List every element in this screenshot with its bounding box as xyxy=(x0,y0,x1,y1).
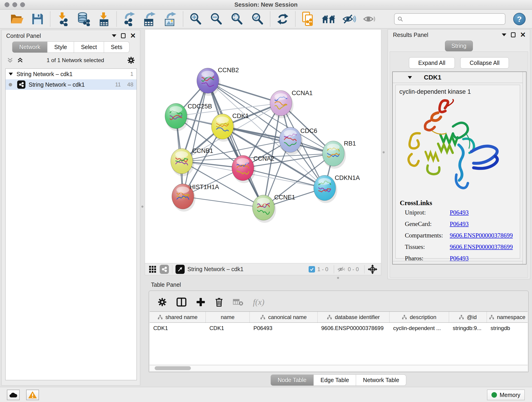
network-view: CCNB2CCNA1CDC25BCDK1CDC6RB1CCNB1CCNA2CDK… xyxy=(145,29,381,275)
minimize-window-icon[interactable] xyxy=(12,2,17,7)
column-header[interactable]: description xyxy=(389,312,449,322)
graph-node-CCNB2[interactable]: CCNB2 xyxy=(197,67,239,96)
network-share-icon[interactable] xyxy=(160,265,169,274)
export-table-icon[interactable] xyxy=(143,12,157,26)
import-table-icon[interactable] xyxy=(97,12,111,26)
svg-text:CCNE1: CCNE1 xyxy=(274,194,295,201)
network-graph[interactable]: CCNB2CCNA1CDC25BCDK1CDC6RB1CCNB1CCNA2CDK… xyxy=(145,30,381,263)
column-header[interactable]: shared name xyxy=(150,312,206,322)
graph-node-CDKN1A[interactable]: CDKN1A xyxy=(314,174,360,203)
zoom-selected-icon[interactable] xyxy=(250,12,265,26)
export-network-icon[interactable] xyxy=(122,12,137,26)
main-toolbar: ? xyxy=(0,10,532,28)
function-builder-icon[interactable]: f(x) xyxy=(253,297,264,307)
string-results-box: Expand All Collapse All CDK1 cyclin-depe… xyxy=(390,51,528,278)
tab-node-table[interactable]: Node Table xyxy=(271,375,314,386)
column-header[interactable]: name xyxy=(206,312,250,322)
tab-style[interactable]: Style xyxy=(47,41,74,53)
import-database-icon[interactable] xyxy=(76,12,91,26)
scrollbar-thumb[interactable] xyxy=(155,366,191,370)
column-header[interactable]: @id xyxy=(449,312,487,322)
entry-description: cyclin-dependent kinase 1 xyxy=(396,85,520,95)
show-columns-icon[interactable] xyxy=(177,298,186,307)
network-type-icon xyxy=(17,80,25,89)
zoom-in-icon[interactable] xyxy=(188,12,203,26)
save-session-icon[interactable] xyxy=(30,12,45,26)
zoom-out-icon[interactable] xyxy=(209,12,224,26)
graph-node-CCNE1[interactable]: CCNE1 xyxy=(253,194,295,223)
birdseye-icon[interactable] xyxy=(368,264,377,274)
network-collection-row[interactable]: String Network – cdk1 1 xyxy=(6,69,137,79)
memory-label: Memory xyxy=(500,392,520,398)
results-horizontal-scrollbar[interactable] xyxy=(393,261,523,264)
warning-status-button[interactable] xyxy=(26,390,39,400)
tab-network[interactable]: Network xyxy=(12,41,47,53)
node-count: 11 xyxy=(115,81,121,88)
hide-eye-icon[interactable] xyxy=(342,12,356,26)
maximize-results-icon[interactable] xyxy=(511,32,515,37)
zoom-window-icon[interactable] xyxy=(20,2,25,7)
right-splitter-handle[interactable] xyxy=(383,151,385,153)
delete-column-icon[interactable] xyxy=(215,297,223,307)
import-network-icon[interactable] xyxy=(56,12,70,26)
refresh-icon[interactable] xyxy=(275,12,290,26)
tab-sets[interactable]: Sets xyxy=(104,41,129,53)
cloud-status-button[interactable] xyxy=(7,390,20,400)
float-panel-icon[interactable] xyxy=(112,34,116,37)
entry-disclosure-icon[interactable] xyxy=(408,76,412,79)
search-icon xyxy=(397,16,403,22)
gear-icon[interactable] xyxy=(127,56,135,64)
column-type-icon xyxy=(327,315,332,320)
close-results-icon[interactable]: ✕ xyxy=(520,32,526,38)
column-header[interactable]: canonical name xyxy=(250,312,317,322)
selected-checkbox-icon[interactable] xyxy=(309,266,315,273)
open-session-icon[interactable] xyxy=(10,12,24,26)
table-row[interactable]: CDK1 CDK1 P06493 9606.ENSP00000378699 cy… xyxy=(150,323,528,333)
node-entry-header[interactable]: CDK1 xyxy=(393,72,526,83)
show-eye-icon[interactable] xyxy=(362,12,377,26)
results-vertical-scrollbar[interactable] xyxy=(523,72,526,264)
collection-disclosure-icon[interactable] xyxy=(9,73,13,75)
graph-node-HIST1H1A[interactable]: HIST1H1A xyxy=(172,184,219,211)
collapse-all-button[interactable]: Collapse All xyxy=(460,57,509,69)
column-header[interactable]: database identifier xyxy=(317,312,389,322)
graph-node-CDC25B[interactable]: CDC25B xyxy=(165,103,212,131)
table-gear-icon[interactable] xyxy=(158,298,167,307)
tab-network-table[interactable]: Network Table xyxy=(356,375,406,386)
tab-string[interactable]: String xyxy=(445,41,473,51)
horizontal-splitter-handle[interactable] xyxy=(337,277,339,279)
crosslink-link[interactable]: P06493 xyxy=(450,220,469,228)
string-import-icon[interactable] xyxy=(301,12,315,26)
float-results-icon[interactable] xyxy=(502,33,506,36)
crosslink-link[interactable]: 9606.ENSP00000378699 xyxy=(450,232,513,239)
graph-node-CDK1[interactable]: CDK1 xyxy=(211,113,249,142)
graph-node-CCNA1[interactable]: CCNA1 xyxy=(270,89,313,118)
delete-table-icon[interactable] xyxy=(233,298,243,306)
collapse-all-icon[interactable] xyxy=(7,57,13,64)
grid-view-icon[interactable] xyxy=(149,265,157,273)
help-button[interactable]: ? xyxy=(513,13,526,25)
expand-all-icon[interactable] xyxy=(17,57,24,64)
table-horizontal-scrollbar[interactable] xyxy=(150,365,528,371)
memory-status-icon xyxy=(491,392,497,398)
column-header[interactable]: namespace xyxy=(487,312,528,322)
tab-edge-table[interactable]: Edge Table xyxy=(314,375,356,386)
home-pages-icon[interactable] xyxy=(321,12,336,26)
search-input[interactable] xyxy=(403,16,500,22)
zoom-fit-icon[interactable] xyxy=(230,12,244,26)
maximize-panel-icon[interactable] xyxy=(121,33,126,38)
close-panel-icon[interactable]: ✕ xyxy=(130,32,136,39)
close-window-icon[interactable] xyxy=(5,2,9,7)
tab-select[interactable]: Select xyxy=(74,41,104,53)
crosslink-link[interactable]: P06493 xyxy=(450,209,469,216)
detach-view-icon[interactable] xyxy=(176,265,185,274)
expand-all-button[interactable]: Expand All xyxy=(409,57,455,69)
memory-button[interactable]: Memory xyxy=(487,390,525,400)
crosslink-link[interactable]: 9606.ENSP00000378699 xyxy=(450,243,513,250)
network-row[interactable]: String Network – cdk1 11 48 xyxy=(6,79,137,90)
export-image-icon[interactable] xyxy=(163,12,178,26)
add-column-icon[interactable] xyxy=(196,298,205,307)
search-box[interactable] xyxy=(394,13,505,25)
graph-node-RB1[interactable]: RB1 xyxy=(322,140,356,169)
left-splitter-handle[interactable] xyxy=(141,206,143,208)
